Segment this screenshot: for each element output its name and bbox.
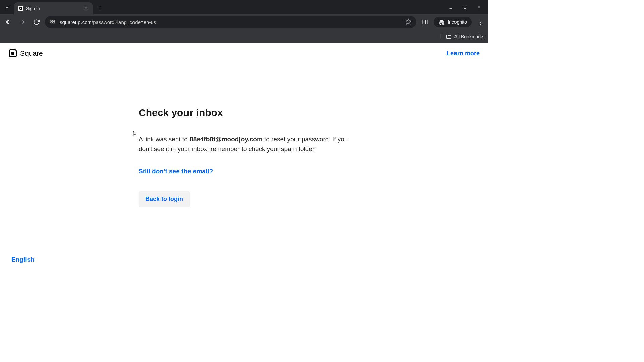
email-address: 88e4fb0f@moodjoy.com — [190, 136, 263, 143]
browser-tab[interactable]: Sign In — [14, 2, 93, 14]
svg-rect-12 — [53, 22, 55, 23]
url-text: squareup.com/password?lang_code=en-us — [60, 19, 401, 25]
tab-close-button[interactable] — [83, 6, 89, 11]
folder-icon — [446, 34, 452, 40]
tab-favicon — [18, 6, 23, 11]
site-info-icon[interactable] — [50, 19, 56, 26]
svg-point-17 — [442, 23, 444, 24]
browser-toolbar: squareup.com/password?lang_code=en-us In… — [0, 14, 488, 30]
svg-rect-3 — [464, 6, 466, 8]
forward-nav-button[interactable] — [17, 17, 28, 27]
page-content: Square Learn more Check your inbox A lin… — [0, 43, 488, 274]
still-dont-see-link[interactable]: Still don't see the email? — [139, 168, 213, 175]
close-window-button[interactable] — [476, 4, 482, 11]
bookmark-star-icon[interactable] — [405, 18, 412, 26]
minimize-button[interactable] — [447, 4, 454, 11]
language-selector[interactable]: English — [11, 256, 35, 263]
page-heading: Check your inbox — [139, 107, 353, 118]
learn-more-link[interactable]: Learn more — [447, 50, 480, 57]
body-prefix: A link was sent to — [139, 136, 190, 143]
window-controls — [447, 4, 488, 11]
divider: | — [439, 34, 441, 40]
svg-rect-11 — [51, 22, 52, 23]
svg-rect-10 — [53, 20, 55, 21]
side-panel-icon[interactable] — [420, 17, 430, 27]
back-to-login-button[interactable]: Back to login — [139, 191, 190, 207]
square-logo[interactable]: Square — [9, 49, 43, 57]
address-bar[interactable]: squareup.com/password?lang_code=en-us — [45, 16, 416, 28]
svg-rect-14 — [423, 20, 427, 24]
browser-tabstrip: Sign In + — [0, 0, 488, 14]
incognito-label: Incognito — [448, 19, 467, 25]
all-bookmarks-button[interactable]: All Bookmarks — [446, 34, 484, 40]
cursor-icon — [133, 131, 138, 137]
browser-menu-button[interactable]: ⋮ — [475, 17, 486, 27]
bookmarks-bar: | All Bookmarks — [0, 30, 488, 43]
tabs-dropdown-button[interactable] — [0, 0, 14, 14]
all-bookmarks-label: All Bookmarks — [454, 34, 484, 39]
body-text: A link was sent to 88e4fb0f@moodjoy.com … — [139, 134, 353, 154]
maximize-button[interactable] — [462, 4, 468, 11]
incognito-icon — [438, 19, 445, 25]
new-tab-button[interactable]: + — [95, 3, 105, 12]
reload-button[interactable] — [31, 17, 42, 27]
svg-point-16 — [440, 23, 441, 24]
svg-rect-9 — [51, 20, 52, 21]
svg-marker-13 — [406, 19, 411, 24]
main-content: Check your inbox A link was sent to 88e4… — [139, 107, 353, 207]
page-header: Square Learn more — [0, 43, 488, 57]
tab-title: Sign In — [26, 6, 80, 11]
incognito-indicator[interactable]: Incognito — [434, 17, 472, 27]
brand-name: Square — [20, 49, 43, 57]
back-nav-button[interactable] — [3, 17, 13, 27]
square-logo-icon — [9, 49, 17, 57]
